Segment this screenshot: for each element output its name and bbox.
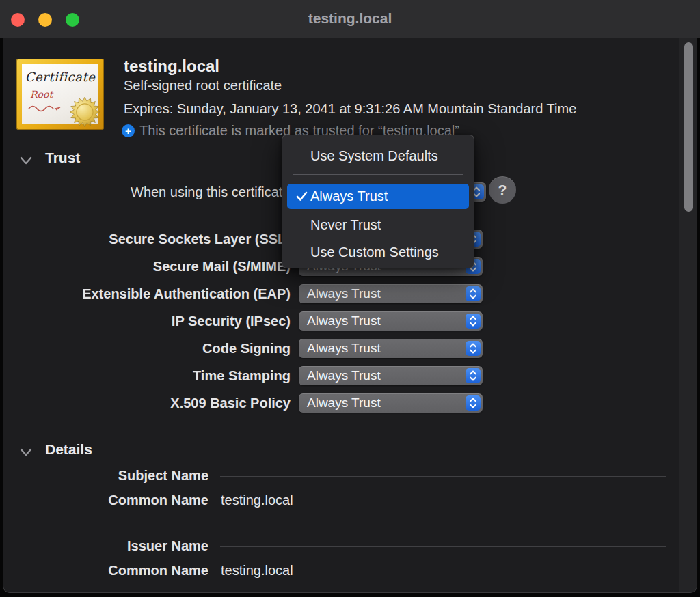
trust-popup-menu: Use System Defaults Always Trust Never T…: [282, 135, 474, 268]
when-using-label: When using this certificate:: [3, 184, 294, 200]
row-label-ipsec: IP Security (IPsec): [3, 314, 291, 329]
details-disclosure-chevron-icon[interactable]: [18, 446, 33, 458]
menu-item-use-system-defaults[interactable]: Use System Defaults: [287, 145, 469, 166]
popup-stepper-icon: [466, 341, 481, 356]
certificate-flourish-icon: [27, 104, 63, 112]
subject-name-heading: Subject Name: [3, 468, 208, 484]
window-title: testing.local: [0, 10, 700, 27]
issuer-common-name-label: Common Name: [3, 563, 208, 579]
row-label-smime: Secure Mail (S/MIME): [3, 259, 291, 275]
divider: [220, 546, 666, 547]
popup-eap[interactable]: Always Trust: [299, 284, 483, 303]
issuer-name-heading: Issuer Name: [3, 538, 208, 554]
subject-common-name-value: testing.local: [221, 492, 293, 508]
row-label-ssl: Secure Sockets Layer (SSL): [3, 232, 291, 247]
menu-item-use-custom-settings[interactable]: Use Custom Settings: [287, 242, 469, 262]
certificate-seal-icon: [69, 96, 100, 128]
menu-separator: [293, 174, 463, 175]
scrollbar-thumb[interactable]: [684, 42, 693, 212]
titlebar: testing.local: [0, 0, 700, 38]
certificate-type: Self-signed root certificate: [124, 78, 282, 94]
certificate-window: testing.local Certificate Root: [0, 0, 700, 597]
row-label-eap: Extensible Authentication (EAP): [3, 286, 291, 302]
certificate-name: testing.local: [124, 57, 219, 76]
certificate-icon: Certificate Root: [16, 59, 104, 130]
popup-stepper-icon: [466, 286, 481, 301]
help-button[interactable]: ?: [489, 176, 516, 204]
row-label-time-stamping: Time Stamping: [3, 368, 291, 384]
details-section-label: Details: [45, 441, 92, 458]
popup-code-signing[interactable]: Always Trust: [299, 339, 483, 358]
subject-common-name-label: Common Name: [3, 492, 208, 508]
popup-ipsec[interactable]: Always Trust: [299, 311, 483, 331]
popup-stepper-icon: [466, 314, 481, 329]
menu-item-never-trust[interactable]: Never Trust: [287, 214, 469, 235]
certificate-icon-word: Certificate: [22, 70, 98, 84]
popup-stepper-icon: [466, 395, 481, 411]
certificate-expiry: Expires: Sunday, January 13, 2041 at 9:3…: [124, 101, 576, 117]
divider: [220, 476, 666, 477]
issuer-common-name-value: testing.local: [221, 563, 293, 579]
row-label-code-signing: Code Signing: [3, 341, 291, 357]
popup-time-stamping[interactable]: Always Trust: [299, 366, 483, 385]
popup-stepper-icon: [466, 368, 481, 383]
popup-x509[interactable]: Always Trust: [299, 393, 483, 413]
trusted-plus-icon: +: [122, 124, 135, 137]
content-panel: Certificate Root: [3, 38, 697, 593]
trust-section-label: Trust: [45, 150, 80, 166]
certificate-icon-root: Root: [30, 89, 53, 100]
checkmark-icon: [293, 191, 310, 202]
menu-item-always-trust[interactable]: Always Trust: [287, 184, 469, 209]
row-label-x509: X.509 Basic Policy: [3, 395, 291, 411]
trust-disclosure-chevron-icon[interactable]: [18, 154, 33, 167]
